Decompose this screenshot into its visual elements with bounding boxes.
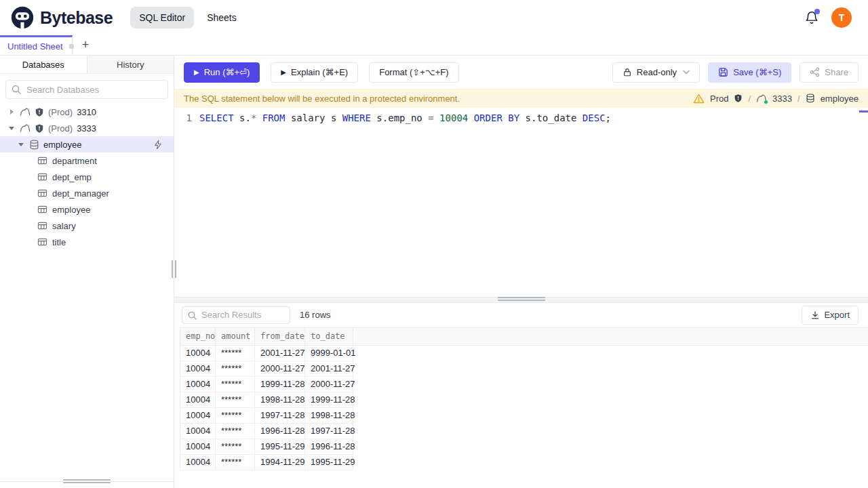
database-icon xyxy=(29,140,39,150)
cell: 1998-11-28 xyxy=(305,407,353,423)
table-row-department[interactable]: department xyxy=(0,152,174,169)
sheet-tab-untitled[interactable]: Untitled Sheet xyxy=(0,35,73,55)
database-search xyxy=(5,80,168,99)
instance-row-3333[interactable]: (Prod) 3333 xyxy=(0,120,174,136)
save-button[interactable]: Save (⌘+S) xyxy=(708,62,791,83)
cell: 1994-11-29 xyxy=(255,454,305,470)
cell: 2000-11-27 xyxy=(255,361,305,376)
cell-filler xyxy=(353,439,868,454)
cell: 2000-11-27 xyxy=(305,376,353,392)
cell: 1997-11-28 xyxy=(305,423,353,439)
user-avatar[interactable]: T xyxy=(831,7,852,28)
download-icon xyxy=(810,310,820,320)
table-name: salary xyxy=(52,221,76,231)
cell: 2001-11-27 xyxy=(255,345,305,361)
instance-label: 3333 xyxy=(772,94,792,104)
instance-name: 3310 xyxy=(77,107,96,117)
editor-results-divider xyxy=(174,297,868,303)
caret-down-icon[interactable] xyxy=(18,141,25,148)
caret-right-icon[interactable] xyxy=(9,108,16,115)
bytebase-logo-icon xyxy=(11,6,34,29)
explain-button[interactable]: ▶ Explain (⌘+E) xyxy=(271,62,358,83)
tab-databases[interactable]: Databases xyxy=(0,56,87,73)
sql-code-editor[interactable]: 1 SELECT s.* FROM salary s WHERE s.emp_n… xyxy=(174,108,868,297)
table-name: title xyxy=(52,237,66,247)
table-icon xyxy=(37,188,47,198)
column-header-amount[interactable]: amount xyxy=(216,327,255,345)
column-header-emp-no[interactable]: emp_no xyxy=(180,327,216,345)
table-row-title[interactable]: title xyxy=(0,234,174,250)
sidebar-resize-handle[interactable] xyxy=(172,260,176,278)
database-row-employee[interactable]: employee xyxy=(0,136,174,152)
run-label: Run (⌘+⏎) xyxy=(204,67,250,77)
connection-status-dot xyxy=(764,100,768,104)
content: Databases History xyxy=(0,56,868,488)
table-row-dept-emp[interactable]: dept_emp xyxy=(0,169,174,185)
export-button[interactable]: Export xyxy=(802,306,859,325)
table-icon xyxy=(37,156,47,165)
new-tab-button[interactable]: + xyxy=(73,35,98,55)
table-row-salary[interactable]: salary xyxy=(0,218,174,234)
table-row-employee[interactable]: employee xyxy=(0,201,174,218)
sidebar-bottom-resize-handle[interactable] xyxy=(63,479,111,483)
results-search-input[interactable] xyxy=(182,306,290,324)
search-icon xyxy=(11,84,22,95)
mysql-icon xyxy=(20,123,31,133)
quick-action-bolt-icon[interactable] xyxy=(153,140,163,150)
cell-filler xyxy=(353,454,868,470)
table-icon xyxy=(37,205,47,214)
nav-sheets[interactable]: Sheets xyxy=(198,7,245,28)
sheet-tab-label: Untitled Sheet xyxy=(7,41,63,52)
cell: ****** xyxy=(216,454,255,470)
result-row: 10004 ****** 1996-11-28 1997-11-28 xyxy=(180,423,868,439)
run-button[interactable]: ▶ Run (⌘+⏎) xyxy=(184,62,260,83)
result-row: 10004 ****** 2001-11-27 9999-01-01 xyxy=(180,345,868,361)
cell: 1999-11-28 xyxy=(305,392,353,407)
cell: 10004 xyxy=(180,392,216,407)
sheet-tabbar: Untitled Sheet + xyxy=(0,35,868,56)
sidebar-bottom-divider xyxy=(0,481,174,483)
sidebar-tabs: Databases History xyxy=(0,56,174,74)
sql-editor-app: Bytebase SQL Editor Sheets T Untitled Sh… xyxy=(0,0,868,488)
cell: ****** xyxy=(216,423,255,439)
cell: 10004 xyxy=(180,454,216,470)
editor-results-resize-handle[interactable] xyxy=(498,297,545,301)
nav-sql-editor[interactable]: SQL Editor xyxy=(130,7,194,28)
notification-bell-icon[interactable] xyxy=(804,10,819,25)
tab-history[interactable]: History xyxy=(87,56,174,73)
brand[interactable]: Bytebase xyxy=(11,6,113,29)
cell: ****** xyxy=(216,392,255,407)
explain-label: Explain (⌘+E) xyxy=(291,67,348,77)
banner-message: The SQL statement below will be executed… xyxy=(184,94,460,104)
database-search-input[interactable] xyxy=(5,80,168,99)
instance-row-3310[interactable]: (Prod) 3310 xyxy=(0,104,174,120)
warning-icon xyxy=(693,94,705,104)
instance-env-label: (Prod) xyxy=(48,107,73,117)
app-header: Bytebase SQL Editor Sheets T xyxy=(0,0,868,35)
cell: 1997-11-28 xyxy=(255,407,305,423)
row-count: 16 rows xyxy=(300,310,331,320)
caret-down-icon[interactable] xyxy=(9,125,16,131)
table-icon xyxy=(37,172,47,182)
cell: ****** xyxy=(216,376,255,392)
database-label: employee xyxy=(821,94,859,104)
shield-icon xyxy=(35,107,44,117)
column-header-from-date[interactable]: from_date xyxy=(255,327,305,345)
table-row-dept-manager[interactable]: dept_manager xyxy=(0,185,174,201)
readonly-mode-select[interactable]: Read-only xyxy=(612,62,700,83)
cell-filler xyxy=(353,392,868,407)
editor-toolbar: ▶ Run (⌘+⏎) ▶ Explain (⌘+E) Format (⇧+⌥+… xyxy=(174,56,868,89)
table-name: dept_manager xyxy=(52,188,109,199)
shield-icon xyxy=(734,94,743,103)
header-right: T xyxy=(804,7,857,28)
column-header-to-date[interactable]: to_date xyxy=(305,327,353,345)
breadcrumb-separator: / xyxy=(797,94,800,104)
cell: 2001-11-27 xyxy=(305,361,353,376)
cell: 1995-11-29 xyxy=(255,439,305,454)
results-grid: emp_no amount from_date to_date 10004 **… xyxy=(174,327,868,488)
share-button[interactable]: Share xyxy=(800,62,859,83)
database-icon xyxy=(806,94,815,103)
format-button[interactable]: Format (⇧+⌥+F) xyxy=(369,62,458,83)
cell: 10004 xyxy=(180,407,216,423)
table-name: department xyxy=(52,156,97,166)
